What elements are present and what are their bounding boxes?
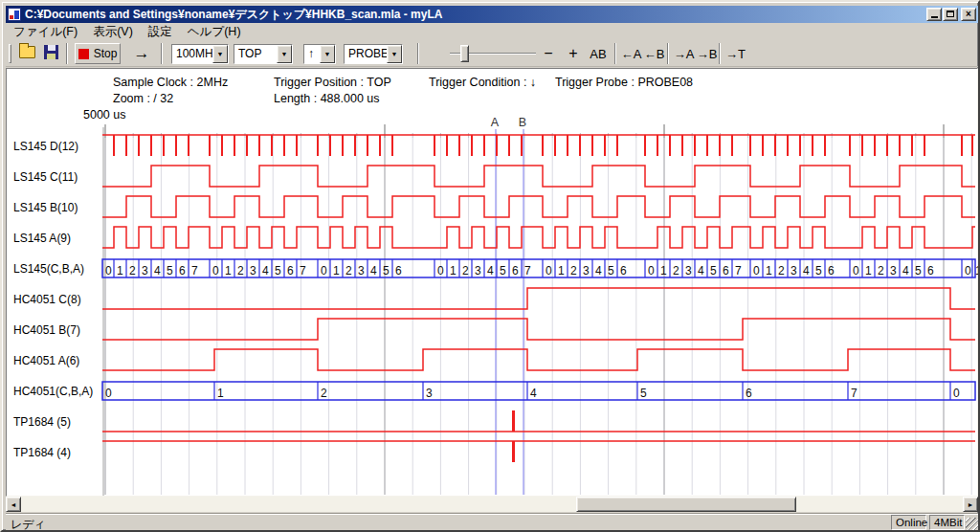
toolbar-separator: [417, 43, 419, 64]
ab-button[interactable]: AB: [586, 43, 611, 64]
goto-cursor-b-button[interactable]: ←B: [642, 43, 666, 64]
chevron-down-icon[interactable]: ▼: [387, 45, 402, 63]
trigger-condition-info: Trigger Condition : ↓: [429, 76, 536, 89]
menu-file[interactable]: ファイル(F): [6, 23, 85, 41]
menu-settings[interactable]: 設定: [141, 23, 180, 41]
goto-trigger-button[interactable]: →T: [724, 43, 747, 64]
menu-view[interactable]: 表示(V): [85, 23, 141, 41]
chevron-down-icon[interactable]: ▼: [277, 45, 292, 63]
zoom-info: Zoom : / 32: [113, 92, 173, 105]
save-file-icon[interactable]: [44, 45, 58, 59]
channel-label[interactable]: LS145 C(11): [13, 170, 78, 184]
channel-label[interactable]: TP1684 (5): [13, 415, 71, 429]
length-info: Length : 488.000 us: [274, 92, 380, 105]
scroll-left-button[interactable]: ◄: [6, 497, 21, 512]
open-file-icon[interactable]: [19, 46, 35, 58]
toolbar-separator: [719, 43, 721, 64]
stop-icon: [78, 49, 89, 59]
chevron-down-icon[interactable]: ▼: [212, 45, 228, 63]
toolbar-separator: [667, 43, 669, 64]
close-icon: ×: [966, 9, 971, 19]
zoom-in-button[interactable]: +: [564, 43, 583, 64]
toolbar-separator: [161, 43, 163, 64]
chevron-down-icon[interactable]: ▼: [320, 45, 335, 63]
resize-grip[interactable]: [966, 518, 978, 530]
online-status-badge: Online: [891, 515, 926, 530]
app-window: C:¥Documents and Settings¥noname¥デスクトップ¥…: [0, 0, 980, 532]
status-message: レディ: [11, 517, 46, 532]
waveform-area: [6, 68, 978, 497]
toolbar-grip: [9, 44, 11, 63]
run-button[interactable]: →: [126, 43, 157, 64]
trigger-edge-select[interactable]: ↑ ▼: [303, 44, 336, 64]
channel-label[interactable]: HC4051 B(7): [13, 323, 80, 337]
goto-cursor-a-button[interactable]: ←A: [619, 43, 643, 64]
trigger-probe-info: Trigger Probe : PROBE08: [555, 76, 693, 89]
window-title: C:¥Documents and Settings¥noname¥デスクトップ¥…: [25, 7, 442, 23]
zoom-out-button[interactable]: −: [539, 43, 558, 64]
set-cursor-b-button[interactable]: →B: [695, 43, 719, 64]
scroll-right-button[interactable]: ►: [963, 497, 978, 512]
toolbar-separator: [614, 43, 616, 64]
channel-label[interactable]: HC4051 C(8): [13, 293, 81, 306]
channel-label[interactable]: HC4051(C,B,A): [13, 385, 93, 398]
maximize-button[interactable]: [943, 8, 958, 21]
toolbar-separator: [66, 43, 68, 64]
channel-label[interactable]: TP1684 (4): [13, 446, 71, 459]
menu-bar: ファイル(F) 表示(V) 設定 ヘルプ(H): [6, 24, 978, 40]
toolbar: Stop → 100MHz ▼ TOP ▼ ↑ ▼ PROBE00 ▼ − + …: [6, 40, 978, 67]
channel-label[interactable]: LS145 D(12): [13, 140, 78, 153]
app-icon: [8, 8, 21, 21]
minimize-button[interactable]: [926, 8, 942, 21]
memory-size-badge: 4MBit: [929, 515, 965, 530]
run-arrow-icon: →: [134, 44, 150, 63]
channel-label[interactable]: HC4051 A(6): [13, 354, 79, 367]
channel-label[interactable]: LS145 B(10): [13, 201, 78, 214]
trigger-position-select[interactable]: TOP ▼: [234, 44, 293, 64]
close-button[interactable]: ×: [961, 8, 976, 21]
menu-help[interactable]: ヘルプ(H): [180, 23, 249, 41]
title-bar[interactable]: C:¥Documents and Settings¥noname¥デスクトップ¥…: [6, 6, 978, 23]
channel-label[interactable]: LS145(C,B,A): [13, 262, 84, 276]
probe-select[interactable]: PROBE00 ▼: [344, 44, 403, 64]
sample-clock-info: Sample Clock : 2MHz: [113, 76, 228, 89]
time-scale-label: 5000 us: [83, 108, 125, 122]
status-bar: レディ Online 4MBit: [6, 514, 978, 530]
zoom-slider-thumb[interactable]: [460, 45, 469, 62]
minimize-icon: [931, 16, 938, 18]
scrollbar-thumb[interactable]: [576, 497, 796, 512]
channel-label[interactable]: LS145 A(9): [13, 232, 71, 245]
trigger-position-info: Trigger Position : TOP: [274, 76, 391, 89]
stop-button[interactable]: Stop: [75, 43, 121, 64]
maximize-icon: [947, 11, 954, 17]
clock-select[interactable]: 100MHz ▼: [171, 44, 229, 64]
horizontal-scrollbar[interactable]: ◄ ►: [6, 497, 978, 512]
set-cursor-a-button[interactable]: →A: [672, 43, 696, 64]
